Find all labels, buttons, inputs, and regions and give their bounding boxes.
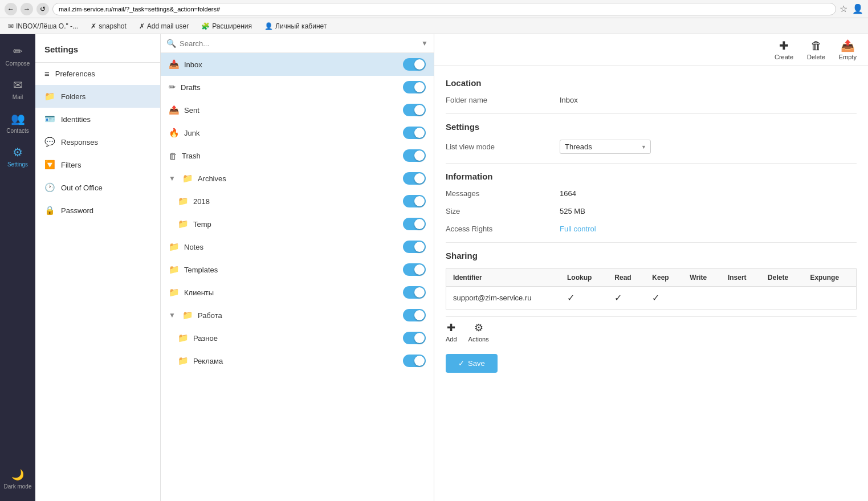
sharing-table-header-row: Identifier Lookup Read Keep Write Insert… (446, 269, 857, 287)
create-button[interactable]: ✚ Create (775, 39, 793, 60)
work-icon: 📁 (182, 310, 193, 320)
2018-toggle[interactable] (403, 195, 426, 207)
bookmark-snapshot[interactable]: ✗ snapshot (87, 21, 130, 31)
actions-icon: ⚙ (474, 321, 483, 334)
forward-button[interactable]: → (21, 3, 33, 15)
sidebar-item-settings[interactable]: ⚙ Settings (0, 140, 35, 173)
save-button[interactable]: ✓ Save (446, 354, 498, 373)
profile-icon[interactable]: 👤 (852, 3, 863, 14)
folder-item-notes[interactable]: 📁 Notes (161, 235, 434, 258)
information-section-title: Information (446, 172, 857, 181)
ads-toggle[interactable] (403, 355, 426, 367)
misc-toggle[interactable] (403, 332, 426, 344)
list-view-mode-select[interactable]: Threads (560, 140, 651, 154)
nav-item-identities[interactable]: 🪪 Identities (35, 108, 160, 131)
cabinet-icon: 👤 (264, 22, 273, 30)
nav-item-responses[interactable]: 💬 Responses (35, 131, 160, 153)
settings-title: Settings (35, 34, 160, 63)
junk-icon: 🔥 (169, 128, 180, 138)
back-button[interactable]: ← (5, 3, 17, 15)
delete-icon: 🗑 (810, 39, 822, 52)
moon-icon: 🌙 (11, 469, 24, 481)
dark-mode-section: 🌙 Dark mode (0, 463, 35, 501)
access-rights-value[interactable]: Full control (560, 225, 596, 233)
sidebar-item-contacts[interactable]: 👥 Contacts (0, 106, 35, 140)
folder-item-archives[interactable]: ▼ 📁 Archives (161, 167, 434, 190)
nav-item-preferences[interactable]: ≡ Preferences (35, 63, 160, 85)
dark-mode-button[interactable]: 🌙 Dark mode (0, 463, 35, 495)
delete-button[interactable]: 🗑 Delete (807, 39, 825, 60)
folder-item-templates[interactable]: 📁 Templates (161, 258, 434, 281)
divider-1 (446, 113, 857, 114)
work-toggle[interactable] (403, 309, 426, 321)
detail-toolbar: ✚ Create 🗑 Delete 📤 Empty (434, 34, 868, 66)
list-view-mode-row: List view mode Threads (446, 140, 857, 157)
sharing-table-row: support@zim-service.ru ✓ ✓ ✓ (446, 287, 857, 309)
col-identifier: Identifier (446, 269, 560, 287)
nav-item-password[interactable]: 🔒 Password (35, 199, 160, 222)
archives-toggle[interactable] (403, 172, 426, 185)
nav-item-outofoffice[interactable]: 🕐 Out of Office (35, 176, 160, 199)
folder-name-value: Inbox (560, 96, 578, 104)
folder-item-inbox[interactable]: 📥 Inbox (161, 53, 434, 76)
nav-item-folders[interactable]: 📁 Folders (35, 85, 160, 108)
sidebar-item-mail[interactable]: ✉ Mail (0, 72, 35, 106)
folders-icon: 📁 (44, 91, 55, 101)
identities-icon: 🪪 (44, 114, 55, 124)
snapshot-icon: ✗ (91, 22, 96, 30)
list-view-mode-label: List view mode (446, 142, 560, 151)
extensions-icon: 🧩 (201, 22, 210, 30)
temp-toggle[interactable] (403, 218, 426, 230)
messages-row: Messages 1664 (446, 189, 857, 201)
folder-item-trash[interactable]: 🗑 Trash (161, 144, 434, 167)
folder-item-temp[interactable]: 📁 Temp (161, 213, 434, 235)
folder-item-misc[interactable]: 📁 Разное (161, 327, 434, 349)
empty-button[interactable]: 📤 Empty (839, 39, 857, 60)
folder-item-drafts[interactable]: ✏ Drafts (161, 76, 434, 99)
ads-icon: 📁 (178, 356, 189, 366)
contacts-icon: 👥 (11, 112, 25, 125)
sent-toggle[interactable] (403, 104, 426, 116)
add-label: Add (446, 336, 457, 343)
sharing-insert (721, 287, 761, 309)
sharing-keep: ✓ (645, 287, 683, 309)
clients-toggle[interactable] (403, 286, 426, 299)
reload-button[interactable]: ↺ (36, 3, 49, 15)
notes-toggle[interactable] (403, 241, 426, 253)
folder-item-junk[interactable]: 🔥 Junk (161, 121, 434, 144)
bookmark-cabinet[interactable]: 👤 Личный кабинет (261, 21, 330, 31)
archives-collapse-icon[interactable]: ▼ (169, 174, 176, 182)
url-bar[interactable] (52, 3, 836, 15)
trash-toggle[interactable] (403, 149, 426, 162)
bookmark-gmail[interactable]: ✉ INBOX/Лёша О." -... (5, 21, 81, 31)
access-rights-label: Access Rights (446, 225, 560, 233)
settings-section-title: Settings (446, 122, 857, 132)
messages-label: Messages (446, 189, 560, 198)
sharing-delete (761, 287, 803, 309)
folder-item-2018[interactable]: 📁 2018 (161, 190, 434, 213)
bookmark-adduser[interactable]: ✗ Add mail user (136, 21, 192, 31)
col-read: Read (608, 269, 645, 287)
search-input[interactable] (180, 39, 418, 48)
sidebar-item-compose[interactable]: ✏ Compose (0, 39, 35, 72)
drafts-toggle[interactable] (403, 81, 426, 93)
sharing-actions-button[interactable]: ⚙ Actions (468, 321, 489, 343)
bookmark-icon[interactable]: ☆ (840, 3, 847, 14)
folder-item-clients[interactable]: 📁 Клиенты (161, 281, 434, 304)
folder-item-ads[interactable]: 📁 Реклама (161, 349, 434, 372)
inbox-toggle[interactable] (403, 58, 426, 71)
work-collapse-icon[interactable]: ▼ (169, 311, 176, 319)
junk-toggle[interactable] (403, 127, 426, 139)
folder-item-work[interactable]: ▼ 📁 Работа (161, 304, 434, 327)
outofoffice-icon: 🕐 (44, 182, 55, 193)
search-dropdown-icon[interactable]: ▼ (421, 39, 428, 47)
templates-toggle[interactable] (403, 263, 426, 276)
size-label: Size (446, 207, 560, 215)
notes-icon: 📁 (169, 242, 180, 252)
sharing-add-button[interactable]: ✚ Add (446, 321, 457, 343)
save-label: Save (468, 359, 485, 368)
bookmark-extensions[interactable]: 🧩 Расширения (198, 21, 255, 31)
nav-item-filters[interactable]: 🔽 Filters (35, 153, 160, 176)
preferences-icon: ≡ (44, 69, 50, 79)
folder-item-sent[interactable]: 📤 Sent (161, 99, 434, 121)
